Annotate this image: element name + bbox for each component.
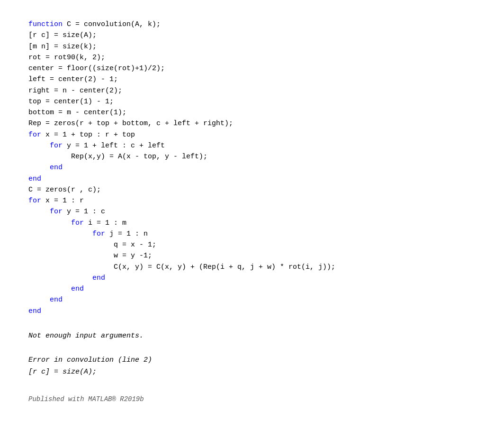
code-line: q = x - 1;: [28, 239, 457, 250]
code-line: function C = convolution(A, k);: [28, 19, 457, 30]
code-line: rot = rot90(k, 2);: [28, 52, 457, 63]
code-normal: C = zeros(r , c);: [28, 186, 101, 194]
code-normal: [r c] = size(A);: [28, 31, 97, 39]
code-normal: C(x, y) = C(x, y) + (Rep(i + q, j + w) *…: [28, 263, 335, 271]
code-line: for y = 1 : c: [28, 206, 457, 217]
code-line: C(x, y) = C(x, y) + (Rep(i + q, j + w) *…: [28, 262, 457, 273]
code-normal: left = center(2) - 1;: [28, 75, 118, 83]
code-line: right = n - center(2);: [28, 85, 457, 96]
code-line: C = zeros(r , c);: [28, 184, 457, 195]
code-normal: q = x - 1;: [28, 241, 156, 249]
code-normal: [m n] = size(k);: [28, 43, 97, 51]
code-normal: [28, 219, 71, 227]
code-keyword: end: [28, 175, 41, 183]
code-keyword: for: [50, 208, 63, 216]
published-footer: Published with MATLAB® R2019b: [28, 395, 457, 403]
code-normal: rot = rot90(k, 2);: [28, 54, 105, 62]
code-normal: [28, 164, 50, 172]
code-line: bottom = m - center(1);: [28, 107, 457, 118]
code-keyword: end: [50, 164, 63, 172]
code-keyword: for: [28, 197, 41, 205]
code-line: for j = 1 : n: [28, 229, 457, 239]
code-normal: i = 1 : m: [84, 219, 126, 227]
code-keyword: for: [50, 142, 63, 150]
code-keyword: for: [28, 131, 41, 139]
code-line: [r c] = size(A);: [28, 30, 457, 41]
code-line: for y = 1 + left : c + left: [28, 140, 457, 151]
code-normal: Rep(x,y) = A(x - top, y - left);: [28, 153, 207, 161]
code-normal: j = 1 : n: [105, 230, 148, 238]
code-keyword: end: [50, 296, 63, 304]
code-keyword: end: [71, 285, 84, 293]
code-line: end: [28, 162, 457, 173]
code-normal: [28, 230, 92, 238]
code-line: end: [28, 273, 457, 283]
code-line: for i = 1 : m: [28, 218, 457, 229]
code-normal: Rep = zeros(r + top + bottom, c + left +…: [28, 119, 233, 128]
code-keyword: for: [92, 230, 105, 238]
error-spacer: [28, 342, 457, 354]
code-normal: C = convolution(A, k);: [63, 20, 161, 28]
code-line: center = floor((size(rot)+1)/2);: [28, 63, 457, 74]
code-line: left = center(2) - 1;: [28, 74, 457, 85]
code-line: w = y -1;: [28, 250, 457, 261]
code-normal: y = 1 : c: [63, 208, 105, 216]
code-keyword: for: [71, 219, 84, 227]
code-line: end: [28, 306, 457, 317]
error-line4: [r c] = size(A);: [28, 366, 457, 378]
code-keyword: function: [28, 20, 63, 28]
code-normal: [28, 142, 50, 150]
code-normal: x = 1 + top : r + top: [41, 131, 135, 139]
code-normal: bottom = m - center(1);: [28, 109, 126, 117]
code-normal: [28, 285, 71, 293]
code-line: [m n] = size(k);: [28, 41, 457, 52]
code-line: for x = 1 + top : r + top: [28, 129, 457, 140]
code-line: end: [28, 294, 457, 305]
code-line: end: [28, 174, 457, 184]
code-keyword: end: [92, 274, 105, 282]
code-line: end: [28, 283, 457, 294]
code-normal: center = floor((size(rot)+1)/2);: [28, 64, 165, 73]
error-section: Not enough input arguments. Error in con…: [28, 330, 457, 378]
code-line: Rep = zeros(r + top + bottom, c + left +…: [28, 118, 457, 129]
code-normal: top = center(1) - 1;: [28, 98, 114, 106]
code-keyword: end: [28, 307, 41, 315]
code-line: Rep(x,y) = A(x - top, y - left);: [28, 151, 457, 162]
code-line: for x = 1 : r: [28, 195, 457, 206]
code-normal: w = y -1;: [28, 252, 152, 260]
code-line: top = center(1) - 1;: [28, 96, 457, 107]
error-line1: Not enough input arguments.: [28, 330, 457, 342]
code-normal: right = n - center(2);: [28, 87, 122, 95]
code-normal: [28, 208, 50, 216]
code-normal: x = 1 : r: [41, 197, 84, 205]
error-line3: Error in convolution (line 2): [28, 354, 457, 366]
code-normal: [28, 296, 50, 304]
code-normal: [28, 274, 92, 282]
code-normal: y = 1 + left : c + left: [63, 142, 165, 150]
code-container: function C = convolution(A, k);[r c] = s…: [28, 19, 457, 317]
